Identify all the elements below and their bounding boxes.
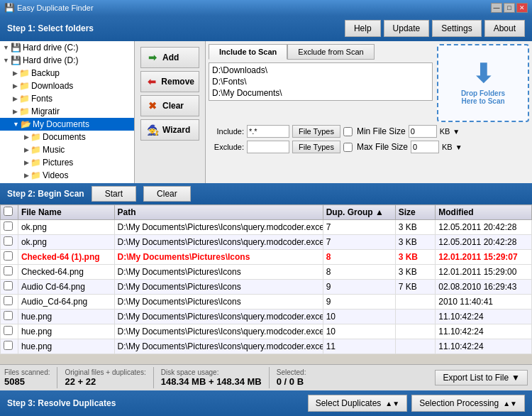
table-row: Audio Cd-64.png D:\My Documents\Pictures… xyxy=(1,280,532,295)
folder-icon: 📁 xyxy=(19,106,29,116)
tree-item-migratir[interactable]: ▶ 📁 Migratir xyxy=(0,105,134,118)
tree-item-documents[interactable]: ▶ 📁 Documents xyxy=(0,131,134,143)
tab-include[interactable]: Include to Scan xyxy=(209,44,287,60)
add-icon: ➡ xyxy=(145,50,160,65)
select-all-checkbox[interactable] xyxy=(4,207,13,216)
select-duplicates-button[interactable]: Select Duplicates ▲▼ xyxy=(308,395,408,412)
include-filetypes-button[interactable]: File Types xyxy=(292,125,340,138)
cell-size: 3 KB xyxy=(395,235,436,250)
row-checkbox[interactable] xyxy=(4,296,13,305)
clear-button[interactable]: ✖ Clear xyxy=(140,95,199,116)
cell-size: 7 KB xyxy=(395,280,436,295)
maximize-button[interactable]: □ xyxy=(504,3,515,13)
scan-path-2: D:\Fonts\ xyxy=(212,76,429,87)
table-row: ok.png D:\My Documents\Pictures\Icons\qu… xyxy=(1,220,532,235)
dropdown-arrow-export: ▼ xyxy=(511,373,520,383)
hdd-icon: 💾 xyxy=(11,43,21,53)
row-checkbox[interactable] xyxy=(4,266,13,275)
col-filename[interactable]: File Name xyxy=(18,205,114,220)
max-size-unit: KB xyxy=(442,143,453,151)
results-table-wrapper: File Name Path Dup. Group ▲ Size Modifie… xyxy=(0,204,532,364)
cell-filename: Audio Cd-64.png xyxy=(18,280,114,295)
col-check[interactable] xyxy=(1,205,18,220)
cell-path: D:\My Documents\Pictures\Icons\query.mod… xyxy=(114,220,323,235)
step2-clear-button[interactable]: Clear xyxy=(143,186,191,202)
row-checkbox[interactable] xyxy=(4,326,13,335)
remove-button[interactable]: ⬅ Remove xyxy=(140,71,199,92)
cell-group: 7 xyxy=(323,235,395,250)
selected-item: Selected: 0 / 0 B xyxy=(277,368,306,387)
start-button[interactable]: Start xyxy=(92,186,136,202)
scan-path-1: D:\Downloads\ xyxy=(212,65,429,76)
row-checkbox[interactable] xyxy=(4,281,13,290)
header-buttons: Help Update Settings About xyxy=(345,20,525,37)
row-checkbox[interactable] xyxy=(4,236,13,246)
table-row: ok.png D:\My Documents\Pictures\Icons\qu… xyxy=(1,235,532,250)
tree-item-backup[interactable]: ▶ 📁 Backup xyxy=(0,67,134,80)
step1-header: Step 1: Select folders Help Update Setti… xyxy=(0,16,532,41)
row-checkbox[interactable] xyxy=(4,221,13,231)
exclude-label: Exclude: xyxy=(209,143,244,151)
min-size-checkbox[interactable] xyxy=(343,127,353,136)
cell-path: D:\My Documents\Pictures\Icons\query.mod… xyxy=(114,235,323,250)
drop-zone[interactable]: ⬇ Drop FoldersHere to Scan xyxy=(437,44,529,122)
expand-arrow: ▼ xyxy=(3,44,9,51)
cell-modified: 12.01.2011 15:29:00 xyxy=(436,265,532,280)
row-checkbox[interactable] xyxy=(4,251,13,261)
step1-body: ▼ 💾 Hard drive (C:) ▼ 💾 Hard drive (D:) … xyxy=(0,41,532,183)
disk-usage-value: 148.34 MB + 148.34 MB xyxy=(161,376,262,387)
exclude-input[interactable] xyxy=(247,141,289,153)
tree-item-downloads[interactable]: ▶ 📁 Downloads xyxy=(0,80,134,92)
max-size-input[interactable] xyxy=(411,141,439,153)
folder-icon: 📁 xyxy=(19,94,29,104)
cell-path: D:\My Documents\Pictures\Icons\query.mod… xyxy=(114,310,323,324)
scan-path-3: D:\My Documents\ xyxy=(212,87,429,99)
wizard-button[interactable]: 🧙 Wizard xyxy=(140,119,199,141)
tree-item-music[interactable]: ▶ 📁 Music xyxy=(0,143,134,156)
cell-modified: 11.10:42:24 xyxy=(436,324,532,339)
drop-text: Drop FoldersHere to Scan xyxy=(461,89,505,105)
col-path[interactable]: Path xyxy=(114,205,323,220)
col-modified[interactable]: Modified xyxy=(436,205,532,220)
dropdown-arrow-max[interactable]: ▼ xyxy=(455,143,462,151)
status-sep3 xyxy=(269,367,270,388)
folder-icon: 📁 xyxy=(19,68,29,78)
about-button[interactable]: About xyxy=(484,20,525,37)
cell-group: 10 xyxy=(323,324,395,339)
minimize-button[interactable]: — xyxy=(491,3,502,13)
update-button[interactable]: Update xyxy=(384,20,430,37)
originals-value: 22 + 22 xyxy=(65,376,145,387)
originals-label: Original files + duplicates: xyxy=(65,368,145,376)
add-button[interactable]: ➡ Add xyxy=(140,47,199,68)
files-scanned-item: Files scanned: 5085 xyxy=(4,368,50,387)
row-checkbox[interactable] xyxy=(4,311,13,320)
exclude-filetypes-button[interactable]: File Types xyxy=(292,141,340,153)
close-button[interactable]: ✕ xyxy=(516,3,528,13)
files-scanned-value: 5085 xyxy=(4,376,50,387)
export-list-button[interactable]: Export List to File ▼ xyxy=(435,370,528,385)
folder-tree: ▼ 💾 Hard drive (C:) ▼ 💾 Hard drive (D:) … xyxy=(0,41,135,183)
col-size[interactable]: Size xyxy=(395,205,436,220)
select-dup-arrow: ▲▼ xyxy=(385,400,399,407)
disk-usage-label: Disk space usage: xyxy=(161,368,262,376)
help-button[interactable]: Help xyxy=(345,20,381,37)
cell-group: 8 xyxy=(323,250,395,265)
row-checkbox[interactable] xyxy=(4,341,13,350)
max-size-checkbox[interactable] xyxy=(343,143,353,152)
selection-processing-button[interactable]: Selection Processing ▲▼ xyxy=(411,395,525,412)
tree-item-videos[interactable]: ▶ 📁 Videos xyxy=(0,169,134,182)
settings-button[interactable]: Settings xyxy=(432,20,481,37)
dropdown-arrow-min[interactable]: ▼ xyxy=(453,128,460,136)
include-input[interactable] xyxy=(247,125,289,138)
min-size-input[interactable] xyxy=(409,125,437,138)
cell-filename: hue.png xyxy=(18,324,114,339)
tab-exclude[interactable]: Exclude from Scan xyxy=(287,44,374,60)
cell-filename: Checked-64.png xyxy=(18,265,114,280)
tree-item-hdd-d[interactable]: ▼ 💾 Hard drive (D:) xyxy=(0,54,134,67)
tree-item-pictures[interactable]: ▶ 📁 Pictures xyxy=(0,156,134,169)
tree-item-fonts[interactable]: ▶ 📁 Fonts xyxy=(0,92,134,105)
hdd-icon: 💾 xyxy=(11,55,21,65)
col-dupgroup[interactable]: Dup. Group ▲ xyxy=(323,205,395,220)
tree-item-hdd-c[interactable]: ▼ 💾 Hard drive (C:) xyxy=(0,41,134,54)
tree-item-mydocs[interactable]: ▼ 📂 My Documents xyxy=(0,118,134,131)
